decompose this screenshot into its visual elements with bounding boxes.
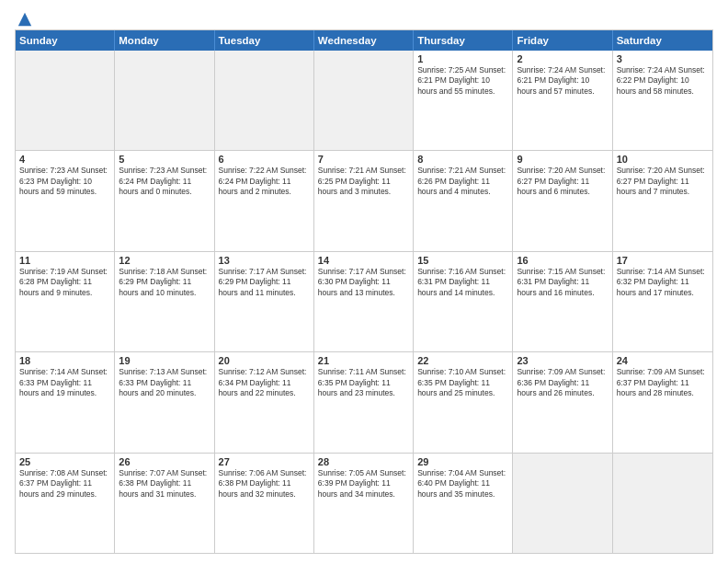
calendar-cell: 27Sunrise: 7:06 AM Sunset: 6:38 PM Dayli… <box>215 454 314 553</box>
day-number: 19 <box>119 355 210 366</box>
page: SundayMondayTuesdayWednesdayThursdayFrid… <box>0 0 728 563</box>
day-number: 7 <box>318 154 409 165</box>
calendar-cell: 5Sunrise: 7:23 AM Sunset: 6:24 PM Daylig… <box>115 151 214 250</box>
calendar-cell <box>314 51 414 150</box>
logo-text <box>15 11 33 28</box>
calendar-week-row: 1Sunrise: 7:25 AM Sunset: 6:21 PM Daylig… <box>16 51 712 151</box>
calendar-header-cell: Sunday <box>16 30 115 51</box>
day-info: Sunrise: 7:13 AM Sunset: 6:33 PM Dayligh… <box>119 367 210 398</box>
calendar-week-row: 11Sunrise: 7:19 AM Sunset: 6:28 PM Dayli… <box>16 252 712 352</box>
day-number: 6 <box>219 154 310 165</box>
day-number: 27 <box>219 456 310 467</box>
day-info: Sunrise: 7:24 AM Sunset: 6:21 PM Dayligh… <box>517 65 608 97</box>
day-number: 11 <box>19 255 110 266</box>
calendar-cell: 13Sunrise: 7:17 AM Sunset: 6:29 PM Dayli… <box>215 252 314 351</box>
day-number: 8 <box>417 154 508 165</box>
calendar-header-cell: Saturday <box>613 30 712 51</box>
calendar-header-cell: Friday <box>513 30 612 51</box>
day-info: Sunrise: 7:19 AM Sunset: 6:28 PM Dayligh… <box>19 267 110 298</box>
svg-marker-0 <box>18 13 31 26</box>
day-info: Sunrise: 7:05 AM Sunset: 6:39 PM Dayligh… <box>318 468 409 500</box>
day-number: 29 <box>417 456 508 467</box>
calendar-cell: 9Sunrise: 7:20 AM Sunset: 6:27 PM Daylig… <box>513 151 612 250</box>
day-info: Sunrise: 7:04 AM Sunset: 6:40 PM Dayligh… <box>417 468 508 500</box>
calendar-cell: 16Sunrise: 7:15 AM Sunset: 6:31 PM Dayli… <box>513 252 612 351</box>
calendar-cell: 1Sunrise: 7:25 AM Sunset: 6:21 PM Daylig… <box>414 51 513 150</box>
calendar-cell: 8Sunrise: 7:21 AM Sunset: 6:26 PM Daylig… <box>414 151 513 250</box>
day-number: 23 <box>517 355 608 366</box>
calendar-cell <box>16 51 115 150</box>
calendar-cell <box>115 51 214 150</box>
day-number: 5 <box>119 154 210 165</box>
day-info: Sunrise: 7:06 AM Sunset: 6:38 PM Dayligh… <box>219 468 310 500</box>
day-info: Sunrise: 7:20 AM Sunset: 6:27 PM Dayligh… <box>517 166 608 197</box>
day-info: Sunrise: 7:07 AM Sunset: 6:38 PM Dayligh… <box>119 468 210 500</box>
day-info: Sunrise: 7:11 AM Sunset: 6:35 PM Dayligh… <box>318 367 409 398</box>
calendar-cell: 7Sunrise: 7:21 AM Sunset: 6:25 PM Daylig… <box>314 151 414 250</box>
day-number: 2 <box>517 53 608 64</box>
day-info: Sunrise: 7:09 AM Sunset: 6:37 PM Dayligh… <box>617 367 709 398</box>
logo <box>15 11 33 24</box>
calendar-cell: 3Sunrise: 7:24 AM Sunset: 6:22 PM Daylig… <box>613 51 712 150</box>
calendar-cell: 29Sunrise: 7:04 AM Sunset: 6:40 PM Dayli… <box>414 454 513 553</box>
day-number: 1 <box>417 53 508 64</box>
calendar-cell: 24Sunrise: 7:09 AM Sunset: 6:37 PM Dayli… <box>613 352 712 452</box>
calendar-cell: 14Sunrise: 7:17 AM Sunset: 6:30 PM Dayli… <box>314 252 414 351</box>
day-info: Sunrise: 7:14 AM Sunset: 6:33 PM Dayligh… <box>19 367 110 398</box>
day-info: Sunrise: 7:20 AM Sunset: 6:27 PM Dayligh… <box>617 166 709 197</box>
calendar-cell: 28Sunrise: 7:05 AM Sunset: 6:39 PM Dayli… <box>314 454 414 553</box>
day-number: 24 <box>617 355 709 366</box>
day-info: Sunrise: 7:18 AM Sunset: 6:29 PM Dayligh… <box>119 267 210 298</box>
day-info: Sunrise: 7:23 AM Sunset: 6:24 PM Dayligh… <box>119 166 210 197</box>
calendar-cell <box>613 454 712 553</box>
calendar-cell: 25Sunrise: 7:08 AM Sunset: 6:37 PM Dayli… <box>16 454 115 553</box>
day-number: 16 <box>517 255 608 266</box>
calendar-cell <box>215 51 314 150</box>
calendar-cell: 22Sunrise: 7:10 AM Sunset: 6:35 PM Dayli… <box>414 352 513 452</box>
calendar-header-row: SundayMondayTuesdayWednesdayThursdayFrid… <box>16 30 712 51</box>
calendar-cell: 4Sunrise: 7:23 AM Sunset: 6:23 PM Daylig… <box>16 151 115 250</box>
day-number: 28 <box>318 456 409 467</box>
day-number: 17 <box>617 255 709 266</box>
day-info: Sunrise: 7:17 AM Sunset: 6:29 PM Dayligh… <box>219 267 310 298</box>
day-number: 20 <box>219 355 310 366</box>
calendar: SundayMondayTuesdayWednesdayThursdayFrid… <box>15 29 713 554</box>
day-info: Sunrise: 7:21 AM Sunset: 6:26 PM Dayligh… <box>417 166 508 197</box>
calendar-week-row: 18Sunrise: 7:14 AM Sunset: 6:33 PM Dayli… <box>16 352 712 453</box>
calendar-cell: 20Sunrise: 7:12 AM Sunset: 6:34 PM Dayli… <box>215 352 314 452</box>
day-info: Sunrise: 7:21 AM Sunset: 6:25 PM Dayligh… <box>318 166 409 197</box>
day-number: 21 <box>318 355 409 366</box>
day-number: 12 <box>119 255 210 266</box>
day-number: 15 <box>417 255 508 266</box>
calendar-cell: 15Sunrise: 7:16 AM Sunset: 6:31 PM Dayli… <box>414 252 513 351</box>
day-number: 26 <box>119 456 210 467</box>
calendar-cell: 2Sunrise: 7:24 AM Sunset: 6:21 PM Daylig… <box>513 51 612 150</box>
calendar-cell: 23Sunrise: 7:09 AM Sunset: 6:36 PM Dayli… <box>513 352 612 452</box>
calendar-cell: 11Sunrise: 7:19 AM Sunset: 6:28 PM Dayli… <box>16 252 115 351</box>
day-info: Sunrise: 7:16 AM Sunset: 6:31 PM Dayligh… <box>417 267 508 298</box>
calendar-cell: 18Sunrise: 7:14 AM Sunset: 6:33 PM Dayli… <box>16 352 115 452</box>
day-info: Sunrise: 7:22 AM Sunset: 6:24 PM Dayligh… <box>219 166 310 197</box>
day-info: Sunrise: 7:12 AM Sunset: 6:34 PM Dayligh… <box>219 367 310 398</box>
day-info: Sunrise: 7:08 AM Sunset: 6:37 PM Dayligh… <box>19 468 110 500</box>
calendar-cell: 10Sunrise: 7:20 AM Sunset: 6:27 PM Dayli… <box>613 151 712 250</box>
calendar-cell: 21Sunrise: 7:11 AM Sunset: 6:35 PM Dayli… <box>314 352 414 452</box>
day-number: 25 <box>19 456 110 467</box>
day-number: 13 <box>219 255 310 266</box>
day-info: Sunrise: 7:15 AM Sunset: 6:31 PM Dayligh… <box>517 267 608 298</box>
calendar-cell: 12Sunrise: 7:18 AM Sunset: 6:29 PM Dayli… <box>115 252 214 351</box>
day-info: Sunrise: 7:24 AM Sunset: 6:22 PM Dayligh… <box>617 65 709 97</box>
logo-icon <box>17 11 33 28</box>
calendar-header-cell: Tuesday <box>215 30 314 51</box>
calendar-header-cell: Thursday <box>414 30 513 51</box>
header <box>15 11 713 24</box>
day-info: Sunrise: 7:09 AM Sunset: 6:36 PM Dayligh… <box>517 367 608 398</box>
calendar-cell <box>513 454 612 553</box>
calendar-cell: 6Sunrise: 7:22 AM Sunset: 6:24 PM Daylig… <box>215 151 314 250</box>
day-info: Sunrise: 7:17 AM Sunset: 6:30 PM Dayligh… <box>318 267 409 298</box>
day-number: 18 <box>19 355 110 366</box>
calendar-header-cell: Wednesday <box>314 30 414 51</box>
day-info: Sunrise: 7:25 AM Sunset: 6:21 PM Dayligh… <box>417 65 508 97</box>
calendar-body: 1Sunrise: 7:25 AM Sunset: 6:21 PM Daylig… <box>16 51 712 553</box>
calendar-cell: 19Sunrise: 7:13 AM Sunset: 6:33 PM Dayli… <box>115 352 214 452</box>
